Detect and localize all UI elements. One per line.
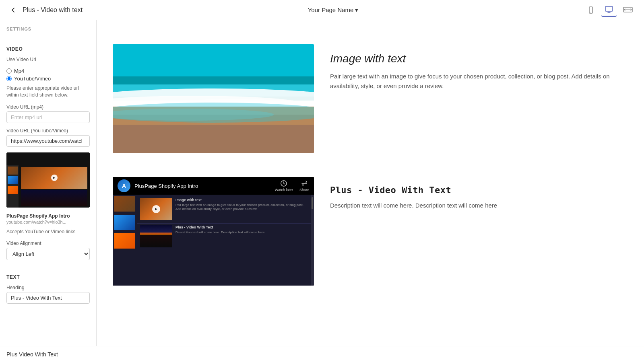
video-content-area: ▶ Image with text Pair large text with a… [113, 195, 314, 286]
video-scrollbar [311, 195, 314, 286]
top-bar-left: Plus - Video with text [8, 5, 83, 15]
use-video-url-field: Use Video Url [0, 54, 96, 66]
youtube-preview: ▶ [6, 152, 90, 208]
section2-heading: Plus - Video With Text [330, 185, 628, 195]
yt-top-bar: A PlusPage Shopify App Intro Watch later [113, 177, 314, 195]
yt-preview-title: PlusPage Shopify App Intro [6, 213, 90, 219]
video-url-yt-label: Video URL (YouTube/Vimeo) [6, 128, 90, 134]
mobile-view-button[interactable] [584, 4, 598, 16]
thumb-2 [114, 215, 135, 230]
main-layout: SETTINGS VIDEO Use Video Url Mp4 YouTube… [0, 20, 644, 346]
heading-input[interactable] [6, 292, 90, 304]
youtube-radio[interactable] [6, 76, 12, 81]
video-page-preview: ▶ Image with text Pair large text with a… [137, 195, 311, 286]
video-preview-box: A PlusPage Shopify App Intro Watch later [113, 177, 314, 286]
preview-section-2: A PlusPage Shopify App Intro Watch later [97, 177, 644, 286]
mini-play-btn: ▶ [152, 205, 160, 213]
watch-later-label: Watch later [275, 188, 293, 192]
share-btn[interactable]: Share [299, 180, 309, 192]
divider-2 [0, 266, 96, 266]
video-alignment-field: Video Alignment Align Left Align Right A… [0, 238, 96, 263]
page-name-button[interactable]: Your Page Name ▾ [308, 6, 359, 14]
section1-description: Pair large text with an image to give fo… [330, 72, 628, 91]
mini-section-2: Plus - Video With Text Description text … [137, 223, 311, 249]
mini-title-1: Image with text [175, 198, 308, 202]
thumb-3 [114, 233, 135, 249]
beach-image-container [113, 44, 314, 153]
top-bar-center: Your Page Name ▾ [308, 6, 359, 14]
yt-video-title: PlusPage Shopify App Intro [134, 183, 271, 189]
section1-text: Image with text Pair large text with an … [330, 44, 628, 91]
beach-image-svg [113, 44, 314, 153]
video-alignment-select[interactable]: Align Left Align Right Align Center [6, 248, 90, 260]
mini-beach-image: ▶ [140, 198, 172, 220]
mp4-label: Mp4 [14, 68, 24, 74]
mini-city-image [140, 225, 172, 247]
share-label: Share [299, 188, 309, 192]
view-controls [584, 3, 636, 17]
yt-preview-info: PlusPage Shopify App Intro youtube.com/w… [0, 211, 96, 227]
svg-point-1 [590, 12, 591, 12]
video-main-content: ▶ Image with text Pair large text with a… [137, 195, 311, 286]
wide-view-button[interactable] [620, 4, 636, 16]
preview-area: Image with text Pair large text with an … [97, 20, 644, 346]
mini-section-1: ▶ Image with text Pair large text with a… [137, 195, 311, 223]
text-group-label: TEXT [0, 269, 96, 282]
bottom-bar-text: Plus Video With Text [6, 351, 58, 358]
video-hint-text: Please enter appropriate video url withi… [0, 83, 96, 102]
thumb-1 [114, 196, 135, 212]
video-alignment-label: Video Alignment [6, 241, 90, 246]
bottom-bar: Plus Video With Text [0, 346, 644, 362]
yt-accepts-text: Accepts YouTube or Vimeo links [0, 227, 96, 239]
use-video-url-label: Use Video Url [6, 57, 90, 62]
section1-heading: Image with text [330, 52, 628, 65]
svg-rect-12 [113, 125, 314, 153]
section2-text: Plus - Video With Text Description text … [330, 177, 628, 210]
svg-rect-2 [605, 6, 613, 11]
youtube-label: YouTube/Vimeo [14, 76, 51, 82]
video-type-radio-group: Mp4 YouTube/Vimeo [0, 66, 96, 83]
youtube-radio-label[interactable]: YouTube/Vimeo [6, 76, 90, 82]
watch-later-btn[interactable]: Watch later [275, 180, 293, 192]
heading-field: Heading [0, 282, 96, 306]
city-night-bg [140, 225, 172, 247]
video-url-mp4-field: Video URL (mp4) [0, 102, 96, 125]
mini-title-2: Plus - Video With Text [175, 225, 308, 229]
page-name-label: Your Page Name [308, 6, 354, 13]
yt-preview-top-bar [6, 152, 90, 165]
mini-text-2: Plus - Video With Text Description text … [175, 225, 308, 234]
settings-label: SETTINGS [0, 20, 96, 35]
mini-desc-1: Pair large text with an image to give fo… [175, 203, 308, 212]
heading-label: Heading [6, 285, 90, 290]
mini-desc-2: Description text will come here. Descrip… [175, 230, 308, 234]
yt-channel-avatar: A [118, 179, 130, 192]
back-button[interactable] [8, 5, 19, 15]
mp4-radio-label[interactable]: Mp4 [6, 68, 90, 74]
top-bar: Plus - Video with text Your Page Name ▾ [0, 0, 644, 20]
page-title: Plus - Video with text [23, 6, 83, 14]
mini-text-1: Image with text Pair large text with an … [175, 198, 308, 212]
preview-section-1: Image with text Pair large text with an … [97, 44, 644, 153]
video-sidebar-strip [113, 195, 137, 286]
mp4-radio[interactable] [6, 68, 12, 74]
section2-description: Description text will come here. Descrip… [330, 201, 628, 210]
video-url-yt-input[interactable] [6, 135, 90, 147]
sidebar: SETTINGS VIDEO Use Video Url Mp4 YouTube… [0, 20, 97, 346]
chevron-down-icon: ▾ [355, 6, 358, 14]
video-url-mp4-input[interactable] [6, 111, 90, 123]
yt-action-buttons: Watch later Share [275, 180, 309, 192]
video-url-mp4-label: Video URL (mp4) [6, 104, 90, 110]
video-url-yt-field: Video URL (YouTube/Vimeo) [0, 125, 96, 149]
video-group-label: VIDEO [0, 41, 96, 54]
divider-1 [0, 38, 96, 38]
desktop-view-button[interactable] [601, 3, 617, 17]
yt-preview-url: youtube.com/watch?v=hlo3h... [6, 220, 90, 224]
